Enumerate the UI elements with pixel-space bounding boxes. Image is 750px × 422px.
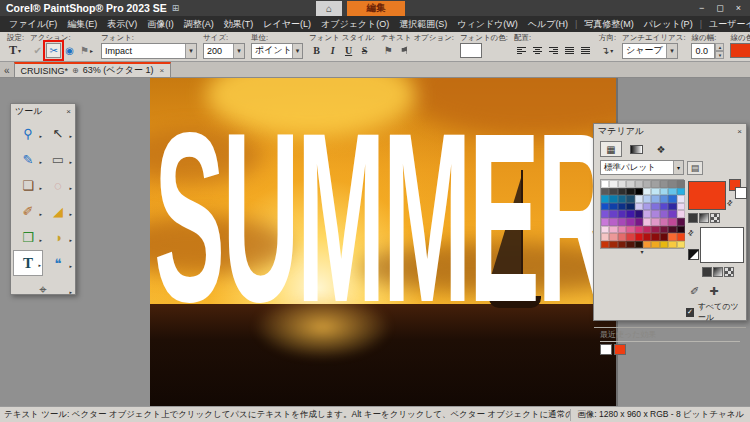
color-swatch[interactable] (601, 195, 609, 203)
color-swatch[interactable] (626, 210, 634, 218)
menu-item[interactable]: 写真修整(M) (579, 18, 639, 31)
color-swatch[interactable] (635, 210, 643, 218)
menu-item[interactable]: 編集(E) (62, 18, 102, 31)
tool-flyout-arrow-icon[interactable]: ▸ (39, 159, 42, 165)
tool-flyout-arrow-icon[interactable]: ▸ (69, 237, 72, 243)
mini-background-swatch[interactable] (735, 187, 747, 199)
color-swatch[interactable] (668, 218, 676, 226)
color-swatch[interactable] (677, 195, 685, 203)
color-swatch[interactable] (609, 218, 617, 226)
black-white-reset-icon[interactable] (688, 249, 699, 260)
color-swatch[interactable] (643, 180, 651, 188)
close-button[interactable]: × (736, 3, 741, 13)
pick-tool[interactable]: ↖▸ (43, 120, 73, 146)
color-swatch[interactable] (626, 180, 634, 188)
color-swatch[interactable] (643, 241, 651, 249)
color-swatch[interactable] (677, 218, 685, 226)
tool-flyout-arrow-icon[interactable]: ▸ (69, 159, 72, 165)
crop-tool[interactable]: ❏▸ (13, 172, 43, 198)
materials-close-icon[interactable]: × (737, 127, 742, 136)
color-swatch[interactable] (660, 210, 668, 218)
color-swatch[interactable] (618, 203, 626, 211)
color-swatch[interactable] (618, 210, 626, 218)
foreground-swatch[interactable] (688, 181, 726, 210)
color-swatch[interactable] (635, 203, 643, 211)
color-swatch[interactable] (601, 218, 609, 226)
color-swatch[interactable] (601, 210, 609, 218)
color-swatch[interactable] (668, 188, 676, 196)
color-swatch[interactable] (609, 180, 617, 188)
color-swatch[interactable] (618, 226, 626, 234)
fg-gradient-style-button[interactable] (699, 213, 709, 223)
swatch-scroll-icon[interactable]: ▾ (600, 249, 684, 256)
menu-item[interactable]: ユーザーインターフェイス(U) (704, 18, 750, 31)
color-swatch[interactable] (677, 203, 685, 211)
tool-flyout-arrow-icon[interactable]: ▸ (69, 133, 72, 139)
color-swatch[interactable] (668, 241, 676, 249)
color-swatch[interactable] (677, 188, 685, 196)
color-swatch[interactable] (601, 233, 609, 241)
font-family-select[interactable]: Impact ▾ (101, 43, 197, 59)
menu-item[interactable]: ファイル(F) (4, 18, 62, 31)
chevron-down-icon[interactable]: ▾ (673, 161, 683, 174)
font-color-swatch[interactable] (460, 43, 482, 58)
color-swatch[interactable] (626, 233, 634, 241)
text-tool[interactable]: T▸ (13, 250, 43, 276)
color-swatch[interactable] (668, 203, 676, 211)
color-swatch[interactable] (635, 195, 643, 203)
document-tab[interactable]: CRUISING* ⊕ 63% (ベクター 1) × (14, 62, 172, 77)
menu-item[interactable]: ヘルプ(H) (523, 18, 573, 31)
color-swatch[interactable] (660, 180, 668, 188)
menu-item[interactable]: 画像(I) (142, 18, 179, 31)
presets-button[interactable]: T ▾ (7, 43, 23, 58)
color-swatch[interactable] (651, 203, 659, 211)
preset-shape-tool[interactable]: ❝▸ (43, 250, 73, 276)
color-swatch[interactable] (668, 226, 676, 234)
color-swatch[interactable] (643, 233, 651, 241)
font-size-select[interactable]: 200 ▾ (203, 43, 245, 59)
color-swatch[interactable] (651, 180, 659, 188)
materials-palette-header[interactable]: マテリアル × (594, 124, 746, 139)
color-swatch[interactable] (635, 233, 643, 241)
spin-down-icon[interactable]: ▾ (715, 51, 724, 59)
fg-pattern-style-button[interactable] (710, 213, 720, 223)
color-swatch[interactable] (601, 188, 609, 196)
stroke-width-stepper[interactable]: 0.0 ▴ ▾ (691, 43, 724, 59)
color-swatch[interactable] (651, 188, 659, 196)
menu-item[interactable]: レイヤー(L) (258, 18, 316, 31)
color-swatch[interactable] (668, 210, 676, 218)
tool-flyout-arrow-icon[interactable]: ▸ (69, 289, 72, 295)
color-swatch[interactable] (677, 233, 685, 241)
all-tools-checkbox[interactable]: ✓ (686, 308, 694, 317)
chevron-down-icon[interactable]: ▾ (185, 44, 196, 58)
color-swatch[interactable] (635, 188, 643, 196)
units-select[interactable]: ポイント ▾ (251, 43, 303, 59)
menu-item[interactable]: パレット(P) (639, 18, 698, 31)
palette-select[interactable]: 標準パレット ▾ (600, 160, 684, 175)
bg-gradient-style-button[interactable] (713, 267, 723, 277)
menu-item[interactable]: 選択範囲(S) (394, 18, 452, 31)
bold-button[interactable]: B (309, 43, 324, 58)
color-swatch[interactable] (677, 241, 685, 249)
color-swatch[interactable] (651, 210, 659, 218)
preview-button[interactable]: ◉ (62, 43, 77, 58)
picture-tube-tool[interactable]: ❒▸ (13, 224, 43, 250)
tab-close-icon[interactable]: × (159, 66, 164, 75)
color-swatch[interactable] (677, 180, 685, 188)
color-swatch[interactable] (626, 195, 634, 203)
tool-flyout-arrow-icon[interactable]: ▸ (69, 211, 72, 217)
fg-color-style-button[interactable] (688, 213, 698, 223)
spin-up-icon[interactable]: ▴ (715, 43, 724, 51)
color-swatch[interactable] (643, 195, 651, 203)
red-eye-tool[interactable]: ◌▸ (43, 172, 73, 198)
tool-flyout-arrow-icon[interactable]: ▸ (69, 263, 72, 269)
text-cutter-button[interactable]: ✂ (46, 43, 61, 58)
tool-flyout-arrow-icon[interactable]: ▸ (39, 211, 42, 217)
color-swatch[interactable] (660, 218, 668, 226)
add-color-icon[interactable]: ✚ (709, 285, 718, 298)
mesh-warp-tool[interactable]: ⌖▸ (13, 276, 73, 302)
swatches-tab[interactable]: ▦ (600, 141, 622, 157)
bg-pattern-style-button[interactable] (724, 267, 734, 277)
color-swatch[interactable] (651, 241, 659, 249)
dropper-tool[interactable]: ✎▸ (13, 146, 43, 172)
